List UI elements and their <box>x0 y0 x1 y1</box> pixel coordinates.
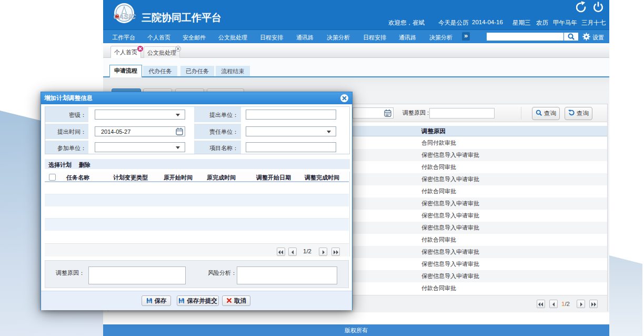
svg-text:CASIC: CASIC <box>114 13 136 21</box>
